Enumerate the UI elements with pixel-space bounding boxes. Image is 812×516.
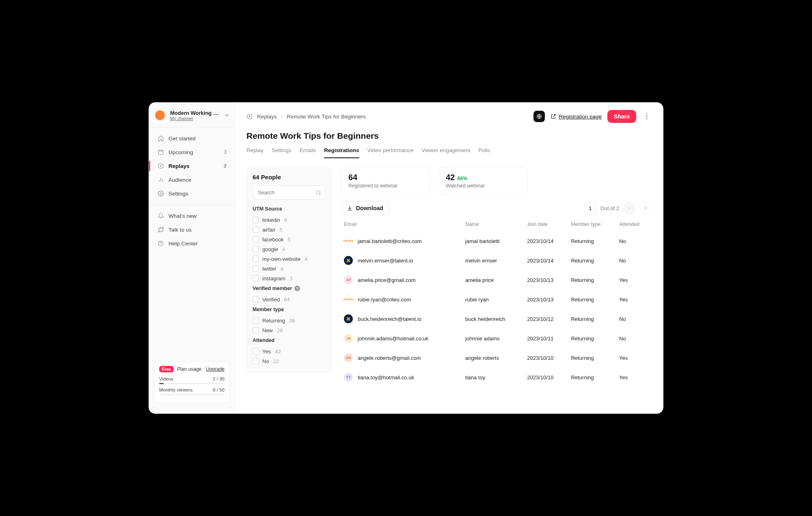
checkbox[interactable] [253, 226, 259, 233]
channel-switcher[interactable]: Modern Working … My channel [149, 108, 235, 127]
checkbox[interactable] [253, 348, 259, 355]
avatar: JA [344, 334, 353, 343]
registrations-table: EmailNameJoin dateMember typeAttended CR… [341, 217, 652, 387]
checkbox[interactable] [253, 246, 259, 252]
cell-name: amelia price [462, 270, 524, 290]
upgrade-link[interactable]: Upgrade [206, 366, 225, 372]
help-icon[interactable]: ? [294, 286, 300, 291]
table-row[interactable]: APamelia.price@gmail.comamelia price2023… [341, 270, 652, 290]
cell-email: rubie.ryan@criteo.com [358, 297, 411, 303]
filter-option[interactable]: airfair 5 [253, 225, 326, 234]
filter-option[interactable]: instagram 3 [253, 273, 326, 283]
more-menu-button[interactable] [642, 111, 652, 122]
search-input[interactable] [253, 185, 326, 200]
tab-polls[interactable]: Polls [478, 145, 490, 158]
table-row[interactable]: ⌘buck.heidenreich@talent.iobuck heidenre… [341, 309, 652, 329]
sidebar-item-what-s-new[interactable]: What's new [153, 209, 231, 223]
filter-option[interactable]: linkedin 9 [253, 215, 326, 225]
filter-option[interactable]: Returning 36 [253, 316, 326, 325]
filter-option[interactable]: No 22 [253, 356, 326, 366]
sidebar-item-audience[interactable]: Audience [153, 173, 231, 187]
sidebar-item-get-started[interactable]: Get started [153, 131, 231, 145]
cell-member-type: Returning [568, 270, 616, 290]
sidebar-item-help-center[interactable]: Help Center [153, 236, 231, 250]
page-next-button[interactable] [639, 202, 652, 214]
nav-icon [157, 135, 164, 142]
sidebar-item-upcoming[interactable]: Upcoming3 [153, 145, 231, 159]
filter-option[interactable]: New 28 [253, 325, 326, 335]
tabs: ReplaySettingsEmailsRegistrationsVideo p… [246, 145, 652, 159]
filter-option[interactable]: google 4 [253, 244, 326, 254]
tab-emails[interactable]: Emails [300, 145, 316, 158]
cell-date: 2023/10/13 [524, 290, 568, 309]
cell-attended: No [616, 329, 652, 348]
option-label: linkedin [262, 217, 280, 223]
tab-video-performance[interactable]: Video performance [367, 145, 414, 158]
option-count: 3 [289, 275, 292, 282]
tab-registrations[interactable]: Registrations [324, 145, 359, 158]
checkbox[interactable] [253, 265, 259, 272]
checkbox[interactable] [253, 236, 259, 243]
tab-viewer-engagement[interactable]: Viewer engagement [421, 145, 470, 158]
filter-group-label: Verified member ? [253, 286, 326, 291]
column-header[interactable]: Name [462, 217, 524, 231]
page-input[interactable]: 1 [584, 202, 596, 214]
cell-attended: No [616, 251, 652, 270]
stat-value: 64 [348, 173, 422, 182]
company-logo-icon: CRITEO [344, 236, 353, 245]
column-header[interactable]: Member type [568, 217, 616, 231]
checkbox[interactable] [253, 296, 259, 303]
stat-card: 64Registered to webinar [341, 167, 430, 195]
checkbox[interactable] [253, 358, 259, 364]
chevron-left-icon [627, 206, 632, 211]
column-header[interactable]: Join date [524, 217, 568, 231]
share-button[interactable]: Share [607, 110, 636, 123]
tab-settings[interactable]: Settings [272, 145, 292, 158]
column-header[interactable]: Attended [616, 217, 652, 231]
filter-group-label: Member type [253, 307, 326, 312]
checkbox[interactable] [253, 327, 259, 333]
option-count: 4 [282, 246, 285, 252]
crumb-root[interactable]: Replays [257, 114, 277, 120]
cell-member-type: Returning [568, 348, 616, 368]
nav-label: Upcoming [168, 149, 193, 155]
filter-option[interactable]: facebook 5 [253, 234, 326, 244]
cell-name: johnnie adams [462, 329, 524, 348]
option-label: Yes [262, 348, 271, 355]
avatar: AP [344, 275, 353, 284]
checkbox[interactable] [253, 317, 259, 324]
checkbox[interactable] [253, 256, 259, 262]
cell-member-type: Returning [568, 368, 616, 387]
download-button[interactable]: Download [341, 201, 389, 215]
filter-option[interactable]: Verified 64 [253, 295, 326, 304]
cell-member-type: Returning [568, 231, 616, 251]
sidebar-item-talk-to-us[interactable]: Talk to us [153, 223, 231, 236]
chevron-right-icon: › [281, 114, 283, 120]
stat-card: 4266%Watched webinar [438, 167, 527, 195]
page-prev-button[interactable] [623, 202, 635, 214]
table-row[interactable]: CRITEOrubie.ryan@criteo.comrubie ryan202… [341, 290, 652, 309]
tab-replay[interactable]: Replay [246, 145, 263, 158]
dots-vertical-icon [646, 113, 648, 120]
checkbox[interactable] [253, 217, 259, 223]
table-row[interactable]: TTtiana.toy@hotmail.co.uktiana toy2023/1… [341, 368, 652, 387]
filter-option[interactable]: twitter 4 [253, 264, 326, 273]
stat-label: Registered to webinar [348, 183, 422, 189]
table-row[interactable]: ⌘melvin.ernser@talent.iomelvin ernser202… [341, 251, 652, 270]
registration-page-link[interactable]: Registration page [551, 114, 602, 120]
column-header[interactable]: Email [341, 217, 462, 231]
filter-option[interactable]: Yes 42 [253, 346, 326, 356]
sidebar-item-settings[interactable]: Settings [153, 187, 231, 200]
nav-label: Get started [168, 135, 196, 142]
cell-date: 2023/10/14 [524, 231, 568, 251]
globe-button[interactable] [533, 111, 545, 122]
nav-label: Talk to us [168, 227, 192, 233]
table-row[interactable]: JAjohnnie.adams@hotmail.co.ukjohnnie ada… [341, 329, 652, 348]
checkbox[interactable] [253, 275, 259, 282]
sidebar-item-replays[interactable]: Replays2 [153, 159, 231, 173]
table-row[interactable]: CRITEOjamal.bartoletti@criteo.comjamal b… [341, 231, 652, 251]
nav-icon [157, 190, 164, 197]
filter-option[interactable]: my-own-website 4 [253, 254, 326, 264]
option-count: 9 [284, 217, 287, 223]
table-row[interactable]: ARangele.roberts@gmail.comangele roberts… [341, 348, 652, 368]
